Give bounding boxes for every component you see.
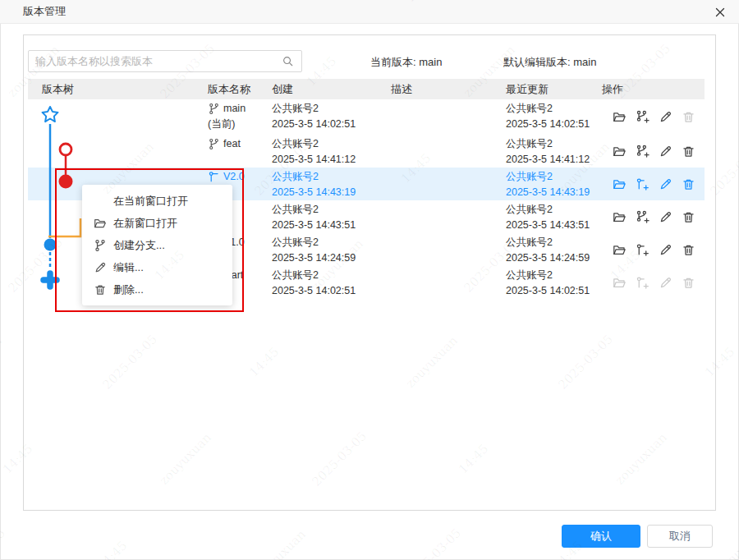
table-row[interactable]: feat 公共账号2 2025-3-5 14:41:12 公共账号2 2025-… <box>28 135 705 168</box>
context-menu-item[interactable]: 在新窗口打开 <box>82 212 232 234</box>
folder-open-op-button[interactable] <box>613 243 627 257</box>
operations-cell <box>596 266 705 299</box>
tag-add-op-button[interactable] <box>636 276 649 290</box>
operations-cell <box>596 200 705 233</box>
description-cell <box>385 233 500 266</box>
updated-at: 2025-3-5 14:24:59 <box>506 250 596 266</box>
folder-open-icon <box>94 217 107 230</box>
close-button[interactable] <box>713 5 728 20</box>
git-branch-add-op-button[interactable] <box>636 145 649 158</box>
context-menu-item-label: 在新窗口打开 <box>113 216 177 231</box>
delete-op-button[interactable] <box>682 243 695 257</box>
current-version-label: 当前版本: main <box>370 55 442 70</box>
titlebar: 版本管理 <box>0 0 739 24</box>
delete-icon <box>682 243 695 257</box>
updated-cell: 公共账号2 2025-3-5 14:24:59 <box>500 233 596 266</box>
confirm-button[interactable]: 确认 <box>562 525 640 548</box>
created-by: 公共账号2 <box>272 268 385 283</box>
updated-cell: 公共账号2 2025-3-5 14:41:12 <box>500 135 596 168</box>
edit-icon <box>659 210 672 224</box>
version-name-cell: feat <box>202 135 266 168</box>
folder-open-icon <box>613 210 627 224</box>
edit-op-button[interactable] <box>659 243 672 257</box>
created-at: 2025-3-5 14:43:51 <box>272 218 385 233</box>
context-menu-item-label: 编辑... <box>113 260 144 275</box>
folder-open-op-button[interactable] <box>613 210 627 224</box>
git-branch-add-icon <box>636 110 649 124</box>
created-by: 公共账号2 <box>272 235 385 250</box>
delete-op-button[interactable] <box>682 276 695 290</box>
edit-icon <box>659 243 672 257</box>
version-name: V2.0 <box>223 169 245 185</box>
context-menu-item[interactable]: 编辑... <box>82 256 232 278</box>
operations-cell <box>596 233 705 266</box>
delete-op-button[interactable] <box>682 210 695 224</box>
folder-open-icon <box>613 145 627 158</box>
edit-op-button[interactable] <box>659 177 672 191</box>
tag-add-op-button[interactable] <box>636 177 649 191</box>
created-at: 2025-3-5 14:24:59 <box>272 250 385 266</box>
watermark-text: 2025-03-05 <box>403 526 464 560</box>
search-box[interactable] <box>28 50 302 72</box>
description-cell <box>385 266 500 299</box>
delete-icon <box>682 276 695 290</box>
dialog-title: 版本管理 <box>23 4 66 19</box>
edit-op-button[interactable] <box>659 210 672 224</box>
column-header-created: 创建 <box>266 82 385 97</box>
delete-op-button[interactable] <box>682 177 695 191</box>
description-cell <box>385 135 500 168</box>
delete-op-button[interactable] <box>682 110 695 124</box>
updated-by: 公共账号2 <box>506 235 596 250</box>
close-icon <box>715 7 725 17</box>
folder-open-op-button[interactable] <box>613 276 627 290</box>
updated-at: 2025-3-5 14:41:12 <box>506 152 596 168</box>
folder-open-op-button[interactable] <box>613 110 627 124</box>
table-header: 版本树 版本名称 创建 描述 最近更新 操作 <box>28 79 705 99</box>
version-tree-cell <box>28 99 202 135</box>
git-branch-add-op-button[interactable] <box>636 210 649 224</box>
description-cell <box>385 168 500 200</box>
delete-icon <box>94 283 107 296</box>
column-header-description: 描述 <box>385 82 500 97</box>
updated-at: 2025-3-5 14:02:51 <box>506 117 596 132</box>
edit-icon <box>659 110 672 124</box>
folder-open-icon <box>613 243 627 257</box>
edit-op-button[interactable] <box>659 276 672 290</box>
created-by: 公共账号2 <box>272 136 385 152</box>
version-name-cell: main (当前) <box>202 99 266 135</box>
context-menu-item[interactable]: 删除... <box>82 278 232 301</box>
edit-op-button[interactable] <box>659 110 672 124</box>
current-version-suffix: (当前) <box>208 117 266 132</box>
search-icon <box>282 55 301 67</box>
tag-add-op-button[interactable] <box>636 243 649 257</box>
git-branch-add-icon <box>636 145 649 158</box>
watermark-text: zouyuxuan <box>251 527 309 560</box>
operations-cell <box>596 168 705 200</box>
folder-open-op-button[interactable] <box>613 177 627 191</box>
delete-op-button[interactable] <box>682 145 695 158</box>
updated-by: 公共账号2 <box>506 136 596 152</box>
created-cell: 公共账号2 2025-3-5 14:02:51 <box>266 99 385 135</box>
git-branch-icon <box>208 103 220 115</box>
updated-by: 公共账号2 <box>506 268 596 283</box>
folder-open-icon <box>613 276 627 290</box>
search-input[interactable] <box>29 55 282 67</box>
watermark-text: 2025-03-05 <box>0 526 8 560</box>
default-edit-version-label: 默认编辑版本: main <box>503 55 596 70</box>
created-by: 公共账号2 <box>272 101 385 117</box>
created-cell: 公共账号2 2025-3-5 14:41:12 <box>266 135 385 168</box>
column-header-version-name: 版本名称 <box>202 82 266 97</box>
edit-op-button[interactable] <box>659 145 672 158</box>
context-menu-item[interactable]: 创建分支... <box>82 234 232 256</box>
edit-icon <box>659 276 672 290</box>
tag-add-icon <box>636 243 649 257</box>
watermark-text: 14:45 <box>94 538 130 560</box>
cancel-button[interactable]: 取消 <box>647 525 713 548</box>
context-menu-item[interactable]: 在当前窗口打开 <box>82 190 232 212</box>
git-branch-add-op-button[interactable] <box>636 110 649 124</box>
folder-open-op-button[interactable] <box>613 145 627 158</box>
version-tree-cell <box>28 135 202 168</box>
table-row[interactable]: main (当前) 公共账号2 2025-3-5 14:02:51 公共账号2 … <box>28 99 705 135</box>
delete-icon <box>682 110 695 124</box>
created-by: 公共账号2 <box>272 169 385 185</box>
